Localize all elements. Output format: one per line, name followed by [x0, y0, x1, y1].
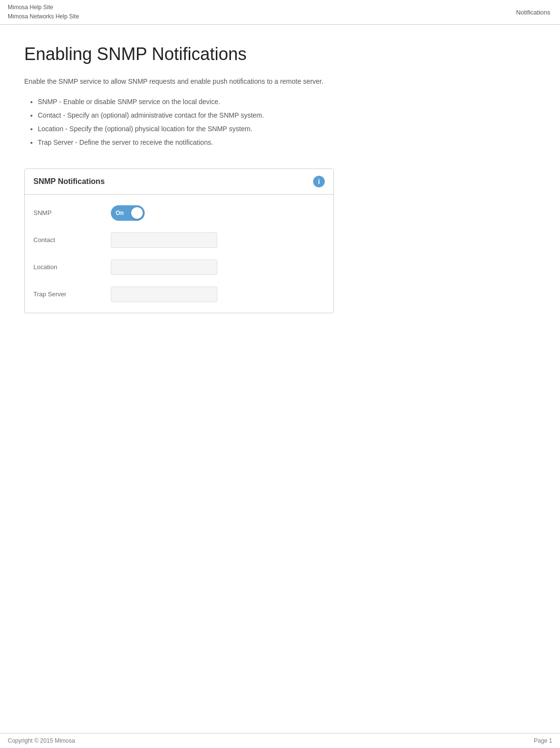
list-item: Location - Specify the (optional) physic…	[38, 122, 536, 136]
contact-input[interactable]	[111, 232, 217, 248]
card-title: SNMP Notifications	[33, 177, 105, 186]
header-breadcrumb: Notifications	[516, 3, 552, 21]
info-icon[interactable]: i	[313, 176, 325, 187]
footer-page-number: Page 1	[534, 737, 552, 744]
feature-list: SNMP - Enable or disable SNMP service on…	[24, 95, 536, 149]
intro-text: Enable the SNMP service to allow SNMP re…	[24, 76, 536, 87]
page-footer: Copyright © 2015 Mimosa Page 1	[0, 733, 560, 748]
page-header: Mimosa Help Site Mimosa Networks Help Si…	[0, 0, 560, 25]
snmp-notifications-card: SNMP Notifications i SNMP On	[24, 168, 334, 313]
toggle-track: On	[111, 205, 145, 221]
snmp-field-row: SNMP On	[25, 199, 333, 227]
snmp-label: SNMP	[33, 209, 111, 216]
list-item: SNMP - Enable or disable SNMP service on…	[38, 95, 536, 108]
snmp-toggle[interactable]: On	[111, 205, 145, 221]
footer-copyright: Copyright © 2015 Mimosa	[8, 737, 534, 744]
toggle-on-label: On	[116, 210, 124, 216]
page-title: Enabling SNMP Notifications	[24, 44, 536, 64]
header-site-info: Mimosa Help Site Mimosa Networks Help Si…	[8, 3, 516, 21]
trap-server-input[interactable]	[111, 287, 217, 302]
main-content: Enabling SNMP Notifications Enable the S…	[0, 25, 560, 347]
card-body: SNMP On Contact Location	[25, 195, 333, 313]
location-label: Location	[33, 263, 111, 271]
snmp-toggle-container: On	[111, 205, 145, 221]
toggle-knob	[131, 207, 143, 219]
card-header: SNMP Notifications i	[25, 169, 333, 195]
location-field-row: Location	[25, 254, 333, 281]
location-input[interactable]	[111, 260, 217, 275]
site-line1: Mimosa Help Site	[8, 3, 516, 12]
trap-server-label: Trap Server	[33, 290, 111, 298]
contact-field-row: Contact	[25, 227, 333, 254]
site-line2: Mimosa Networks Help Site	[8, 12, 516, 21]
trap-server-field-row: Trap Server	[25, 281, 333, 308]
list-item: Trap Server - Define the server to recei…	[38, 136, 536, 149]
contact-label: Contact	[33, 236, 111, 244]
list-item: Contact - Specify an (optional) administ…	[38, 108, 536, 122]
